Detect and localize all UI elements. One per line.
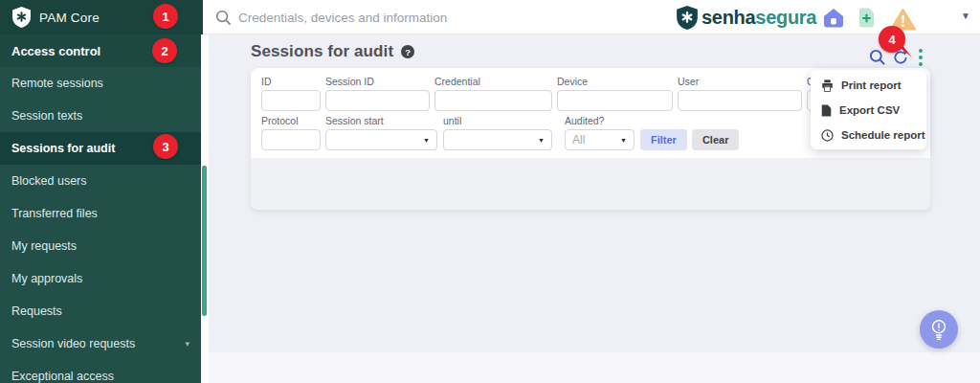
filter-label-until: until: [443, 115, 552, 126]
step-badge-1: 1: [153, 4, 178, 29]
select-caret-icon: ▼: [423, 137, 430, 144]
home-icon[interactable]: [823, 8, 844, 32]
topbar: senhasegura ▼: [203, 0, 980, 34]
filter-row-2: Protocol Session start ▼ until ▼ Audited…: [261, 115, 739, 150]
report-actions-menu: Print report Export CSV Schedule report: [811, 70, 926, 149]
global-search: [215, 0, 554, 34]
user-input[interactable]: [678, 90, 802, 111]
new-file-icon[interactable]: [858, 8, 875, 32]
sidebar-item-remote-sessions[interactable]: Remote sessions: [0, 67, 201, 100]
app-title: PAM Core: [39, 11, 100, 25]
filter-button[interactable]: Filter: [640, 129, 687, 150]
session-start-select[interactable]: ▼: [325, 129, 437, 150]
menu-item-print-report[interactable]: Print report: [811, 73, 926, 98]
sidebar-nav: Remote sessions Session texts Sessions f…: [0, 67, 201, 383]
sidebar-item-blocked-users[interactable]: Blocked users: [0, 165, 201, 197]
search-icon: [215, 10, 232, 26]
menu-item-schedule-report[interactable]: Schedule report: [811, 123, 926, 147]
sidebar-item-session-video-requests[interactable]: Session video requests ▾: [0, 327, 201, 360]
sidebar-item-my-approvals[interactable]: My approvals: [0, 262, 201, 295]
sidebar-scrollbar[interactable]: [202, 166, 207, 316]
search-records-icon[interactable]: [869, 49, 886, 66]
step-badge-2: 2: [152, 38, 177, 63]
app-window: Access control Remote sessions Session t…: [0, 0, 980, 383]
sidebar-section-label: Access control: [11, 44, 100, 58]
page-title: Sessions for audit: [251, 42, 393, 61]
filter-label-user: User: [678, 76, 802, 87]
until-select[interactable]: ▼: [443, 129, 552, 150]
filter-label-session-start: Session start: [325, 115, 437, 126]
clear-button[interactable]: Clear: [692, 129, 740, 150]
sidebar-item-transferred-files[interactable]: Transferred files: [0, 197, 201, 230]
filter-label-id: ID: [261, 76, 321, 87]
account-caret-icon[interactable]: ▼: [961, 11, 970, 21]
page-head: Sessions for audit ?: [251, 42, 414, 61]
clock-icon: [821, 129, 834, 142]
audited-select[interactable]: All ▼: [565, 129, 635, 150]
shield-icon: [12, 7, 31, 28]
sidebar-item-session-texts[interactable]: Session texts: [0, 100, 201, 132]
step-badge-3: 3: [153, 134, 178, 159]
sidebar-item-requests[interactable]: Requests: [0, 295, 201, 327]
id-input[interactable]: [261, 90, 321, 111]
print-icon: [821, 79, 834, 92]
lightbulb-icon: [928, 318, 949, 341]
filter-label-protocol: Protocol: [261, 115, 321, 126]
protocol-input[interactable]: [261, 129, 321, 150]
chevron-down-icon: ▾: [185, 339, 189, 349]
filter-label-credential: Credential: [434, 76, 552, 87]
select-caret-icon: ▼: [620, 137, 627, 144]
brand-wordmark: senhasegura: [702, 7, 816, 29]
step-badge-4: 4: [879, 26, 905, 53]
filter-label-session-id: Session ID: [325, 76, 430, 87]
bottom-strip: [209, 352, 980, 383]
kebab-menu-icon[interactable]: [915, 47, 926, 68]
sidebar-item-exceptional-access[interactable]: Exceptional access: [0, 360, 201, 383]
device-input[interactable]: [557, 90, 673, 111]
session-id-input[interactable]: [325, 90, 430, 111]
filter-label-audited: Audited?: [565, 115, 635, 126]
brand-shield-icon: [677, 6, 698, 30]
select-caret-icon: ▼: [538, 137, 545, 144]
sidebar-item-my-requests[interactable]: My requests: [0, 230, 201, 262]
senhasegura-logo: senhasegura: [677, 6, 816, 30]
empty-results-area: [251, 158, 930, 210]
file-icon: [821, 104, 832, 117]
search-input[interactable]: [238, 11, 554, 25]
help-lightbulb-button[interactable]: [920, 310, 958, 349]
filter-label-device: Device: [557, 76, 673, 87]
help-icon[interactable]: ?: [401, 45, 414, 58]
credential-input[interactable]: [434, 90, 552, 111]
menu-item-export-csv[interactable]: Export CSV: [811, 98, 926, 123]
